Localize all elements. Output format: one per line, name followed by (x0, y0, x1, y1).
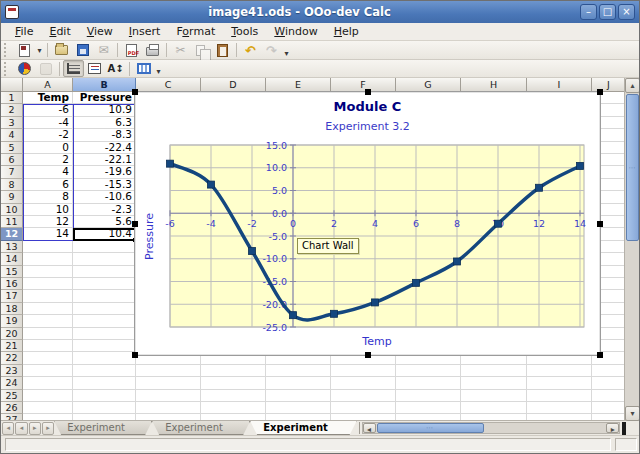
column-header-A[interactable]: A (23, 78, 73, 92)
chart-title[interactable]: Module C (135, 99, 600, 114)
cell-B5[interactable]: -22.4 (73, 142, 136, 154)
cell-A3[interactable]: -4 (23, 117, 73, 129)
paste-button[interactable] (212, 42, 233, 59)
cell-E26[interactable] (266, 402, 331, 414)
scroll-left-icon[interactable]: ◂ (363, 423, 376, 433)
row-header-2[interactable]: 2 (1, 104, 23, 116)
chart-type-button[interactable] (14, 60, 35, 77)
row-header-4[interactable]: 4 (1, 129, 23, 141)
open-button[interactable] (51, 42, 72, 59)
row-header-12[interactable]: 12 (1, 228, 23, 240)
menu-format[interactable]: Format (168, 23, 223, 40)
cell-B18[interactable] (73, 303, 136, 315)
cell-B20[interactable] (73, 328, 136, 340)
cell-A23[interactable] (23, 365, 73, 377)
print-button[interactable] (142, 42, 163, 59)
cell-I26[interactable] (527, 402, 592, 414)
cell-D24[interactable] (201, 377, 266, 389)
cell-H23[interactable] (461, 365, 527, 377)
row-header-5[interactable]: 5 (1, 142, 23, 154)
cell-A6[interactable]: 2 (23, 154, 73, 166)
cell-A26[interactable] (23, 402, 73, 414)
row-header-6[interactable]: 6 (1, 154, 23, 166)
cell-E24[interactable] (266, 377, 331, 389)
vertical-scrollbar[interactable]: ▴ ⋯ ▾ (624, 78, 639, 421)
export-pdf-button[interactable]: PDF (121, 42, 142, 59)
tab-first-icon[interactable]: ◂ (2, 422, 14, 435)
new-document-dropdown-icon[interactable]: ▾ (35, 46, 44, 55)
cell-F24[interactable] (331, 377, 396, 389)
copy-button[interactable] (191, 42, 212, 59)
cell-A11[interactable]: 12 (23, 216, 73, 228)
cell-D25[interactable] (201, 390, 266, 402)
cell-A24[interactable] (23, 377, 73, 389)
chart-object[interactable]: 15.010.05.00.0-5.0-10.0-15.0-20.0-25.0-6… (134, 91, 601, 356)
chart-element-button[interactable] (35, 60, 56, 77)
row-header-24[interactable]: 24 (1, 377, 23, 389)
cell-B13[interactable] (73, 241, 136, 253)
row-header-15[interactable]: 15 (1, 266, 23, 278)
resize-handle-top-right[interactable] (597, 89, 603, 95)
horizontal-scrollbar[interactable]: ◂ ⋯ ▸ (362, 422, 621, 434)
scroll-down-icon[interactable]: ▾ (625, 406, 640, 421)
toolbar-grip[interactable] (4, 43, 11, 57)
cell-B7[interactable]: -19.6 (73, 166, 136, 178)
chart-subtitle[interactable]: Experiment 3.2 (135, 120, 600, 133)
x-axis-title[interactable]: Temp (337, 335, 417, 348)
cell-G23[interactable] (396, 365, 461, 377)
row-header-7[interactable]: 7 (1, 166, 23, 178)
select-all-corner[interactable] (1, 78, 23, 92)
row-header-13[interactable]: 13 (1, 241, 23, 253)
chart-data-table-button[interactable] (133, 60, 154, 77)
cell-B17[interactable] (73, 290, 136, 302)
scroll-right-icon[interactable]: ▸ (606, 423, 619, 433)
cell-A5[interactable]: 0 (23, 142, 73, 154)
row-header-19[interactable]: 19 (1, 315, 23, 327)
cell-A21[interactable] (23, 340, 73, 352)
cell-J24[interactable] (592, 377, 626, 389)
cell-E23[interactable] (266, 365, 331, 377)
cell-I23[interactable] (527, 365, 592, 377)
cell-B15[interactable] (73, 266, 136, 278)
cell-A13[interactable] (23, 241, 73, 253)
horizontal-scrollbar-thumb[interactable]: ⋯ (377, 423, 484, 433)
cell-J25[interactable] (592, 390, 626, 402)
cell-F26[interactable] (331, 402, 396, 414)
toolbar-overflow-icon[interactable]: ▾ (154, 67, 163, 76)
window-split-handle[interactable] (622, 422, 626, 435)
legend-button[interactable] (84, 60, 105, 77)
email-button[interactable]: ✉ (93, 42, 114, 59)
cell-C26[interactable] (136, 402, 201, 414)
row-header-10[interactable]: 10 (1, 204, 23, 216)
scroll-up-icon[interactable]: ▴ (625, 78, 640, 93)
cell-B25[interactable] (73, 390, 136, 402)
menu-edit[interactable]: Edit (41, 23, 78, 40)
cell-B26[interactable] (73, 402, 136, 414)
sheet-tab-experiment-3-0[interactable]: Experiment 3.0 (54, 421, 152, 435)
cell-B19[interactable] (73, 315, 136, 327)
cell-B24[interactable] (73, 377, 136, 389)
cell-B10[interactable]: -2.3 (73, 204, 136, 216)
menu-file[interactable]: File (7, 23, 41, 40)
cell-A19[interactable] (23, 315, 73, 327)
cell-B4[interactable]: -8.3 (73, 129, 136, 141)
row-header-1[interactable]: 1 (1, 92, 23, 104)
column-header-D[interactable]: D (201, 78, 266, 92)
cell-A15[interactable] (23, 266, 73, 278)
cell-D23[interactable] (201, 365, 266, 377)
cell-B8[interactable]: -15.3 (73, 179, 136, 191)
column-header-I[interactable]: I (527, 78, 592, 92)
resize-handle-bottom-mid[interactable] (365, 352, 371, 358)
cell-J23[interactable] (592, 365, 626, 377)
cell-I25[interactable] (527, 390, 592, 402)
cell-B23[interactable] (73, 365, 136, 377)
cell-A17[interactable] (23, 290, 73, 302)
cell-A7[interactable]: 4 (23, 166, 73, 178)
row-header-20[interactable]: 20 (1, 328, 23, 340)
cell-B21[interactable] (73, 340, 136, 352)
row-header-16[interactable]: 16 (1, 278, 23, 290)
toolbar-grip[interactable] (4, 62, 11, 76)
cell-B14[interactable] (73, 253, 136, 265)
resize-handle-bottom-right[interactable] (597, 352, 603, 358)
tab-last-icon[interactable]: ▸ (42, 422, 54, 435)
